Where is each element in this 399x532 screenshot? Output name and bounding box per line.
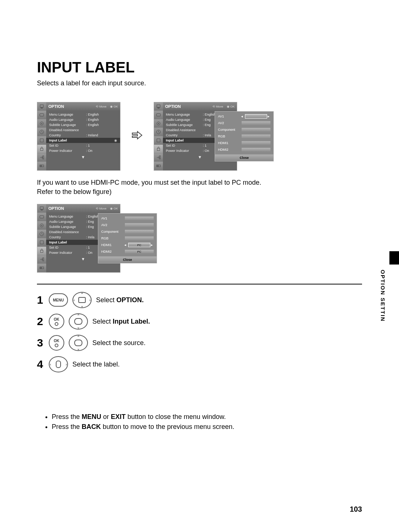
osd-tab [37, 213, 46, 221]
tab-icon [39, 265, 44, 270]
tab-icon [39, 146, 44, 151]
tab-icon [39, 257, 44, 262]
step-1: 1 MENU ⌃⌄‹› Select OPTION. [37, 292, 362, 308]
svg-point-14 [158, 123, 159, 124]
step-3: 3 OK ⌃⌄ Select the source. [37, 335, 362, 351]
tab-icon [39, 231, 44, 236]
osd-row: Subtitle LanguageEnglish [46, 122, 120, 127]
tab-icon [39, 163, 44, 168]
tab-icon [156, 104, 161, 109]
ok-button-icon: OK [49, 335, 64, 351]
svg-rect-10 [157, 105, 160, 108]
tab-icon [39, 104, 44, 109]
svg-rect-11 [157, 108, 159, 109]
tab-icon [39, 240, 44, 245]
osd-tab [37, 247, 46, 255]
step-text: Select OPTION. [96, 296, 144, 304]
osd-header: OPTION⟲ Move◉ OK [163, 102, 237, 110]
menu-button-icon: MENU [49, 293, 68, 307]
svg-rect-6 [40, 139, 44, 142]
popup-row: AV1◄► [216, 113, 272, 120]
close-button: Close [98, 256, 157, 263]
osd-tab [37, 111, 46, 119]
step-number: 2 [37, 315, 44, 328]
tab-icon [39, 248, 44, 253]
osd-tab [37, 204, 46, 213]
section-label: OPTION SETTIN [380, 270, 386, 322]
osd-tab [37, 128, 46, 136]
intro-text: Selects a label for each input source. [37, 79, 362, 87]
osd-tab-strip [37, 204, 46, 272]
note-item: Press the BACK button to move to the pre… [52, 423, 362, 431]
osd-tab [37, 102, 46, 111]
tab-icon [39, 138, 44, 143]
osd-tab [37, 145, 46, 153]
tab-icon [156, 129, 161, 134]
osd-tab [37, 230, 46, 238]
svg-rect-1 [41, 108, 42, 109]
step-text: Select Input Label. [92, 318, 150, 325]
osd-tab-strip [37, 102, 46, 170]
popup-row: AV2 [100, 222, 155, 228]
svg-rect-8 [43, 156, 44, 159]
popup-row: HDMI1 [216, 140, 272, 146]
updown-icon: ⌃⌄ [69, 335, 88, 351]
footer-notes: Press the MENU or EXIT button to close t… [37, 413, 362, 431]
svg-point-24 [41, 225, 42, 226]
popup-row: RGB [216, 133, 272, 140]
svg-rect-0 [40, 105, 44, 108]
osd-row: Audio LanguageEnglish [46, 117, 120, 122]
steps-list: 1 MENU ⌃⌄‹› Select OPTION. 2 OK ⌃⌄ Selec… [37, 292, 362, 372]
page-title: INPUT LABEL [37, 59, 362, 76]
osd-tab [37, 162, 46, 170]
osd-row: CountryIreland [46, 133, 120, 138]
leftright-icon: ‹› [49, 356, 68, 372]
osd-tab [37, 238, 46, 247]
osd-tab [154, 111, 163, 119]
step-text: Select the source. [92, 339, 146, 347]
popup-row: RGB [100, 235, 155, 242]
popup-row: HDMI2PC [100, 248, 155, 255]
osd-tab [37, 221, 46, 230]
divider [37, 284, 362, 284]
svg-rect-18 [160, 156, 161, 159]
svg-rect-22 [40, 216, 44, 218]
svg-rect-26 [40, 241, 44, 244]
osd-tab [37, 264, 46, 272]
osd-tab-strip [154, 102, 163, 170]
tab-icon [39, 121, 44, 126]
osd-tab [154, 102, 163, 111]
svg-rect-16 [157, 139, 160, 142]
osd-tab [154, 128, 163, 136]
osd-tab [154, 119, 163, 128]
updown-icon: ⌃⌄ [69, 313, 88, 330]
step-4: 4 ‹› Select the label. [37, 356, 362, 372]
side-tab [389, 251, 399, 265]
tab-icon [39, 223, 44, 228]
tab-icon [156, 138, 161, 143]
osd-scroll-indicator: ▼ [46, 154, 120, 161]
osd-panel-3: OPTION⟲ Move◉ OK Menu LanguageEnglishAud… [37, 204, 120, 273]
ok-button-icon: OK [49, 314, 64, 329]
svg-rect-2 [40, 114, 44, 116]
osd-row: Set ID1 [46, 143, 120, 148]
dpad-icon: ⌃⌄‹› [72, 292, 92, 308]
arrow-icon [132, 130, 143, 142]
svg-rect-7 [41, 148, 43, 150]
svg-rect-28 [43, 258, 44, 261]
tab-icon [39, 112, 44, 117]
osd-row: Input Label◉ [46, 138, 120, 143]
osd-header: OPTION⟲ Move◉ OK [46, 204, 120, 212]
mid-text: If you want to use HDMI-PC mode, you mus… [37, 178, 362, 197]
tab-icon [156, 163, 161, 168]
osd-row: Menu LanguageEnglish [46, 112, 120, 117]
tab-icon [156, 155, 161, 160]
osd-row: Disabled Assistance [46, 127, 120, 133]
popup-row: HDMI2 [216, 146, 272, 153]
osd-tab [154, 153, 163, 162]
step-number: 1 [37, 294, 44, 306]
note-item: Press the MENU or EXIT button to close t… [52, 413, 362, 421]
tab-icon [156, 121, 161, 126]
osd-header: OPTION⟲ Move◉ OK [46, 102, 120, 110]
tab-icon [156, 146, 161, 151]
